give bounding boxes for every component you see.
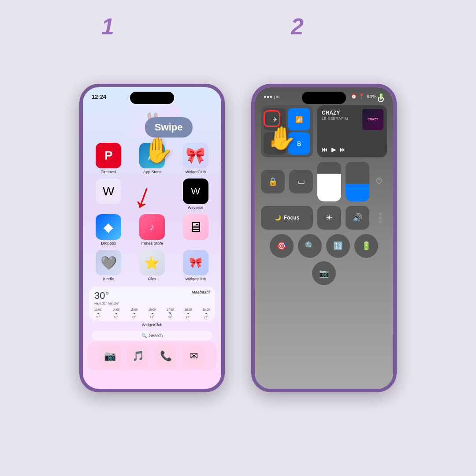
np-album-art: CRAZY — [362, 109, 383, 130]
search-icon: 🔍 — [141, 333, 147, 338]
app-widgetclub-top-wrap[interactable]: 🎀 WidgetClub — [176, 143, 215, 174]
widget-area: 30° High:31° Min:24° Maebashi 13:00☁31° … — [83, 285, 221, 330]
files-icon[interactable]: ⭐ — [139, 250, 165, 275]
app-files-wrap[interactable]: ⭐ Files — [133, 250, 172, 281]
app-dropbox-wrap[interactable]: ◆ Dropbox — [89, 214, 128, 245]
dock-music[interactable]: 🎵 — [127, 345, 149, 367]
weverse-label: Weverse — [188, 205, 203, 210]
hand-gesture-1: ✋ — [143, 136, 174, 165]
phone2-notch — [302, 92, 346, 104]
weather-temp: 30° — [94, 290, 119, 301]
volume-fill — [346, 184, 369, 202]
pinterest-label: Pinterest — [101, 170, 117, 174]
widgetclub-bot-icon[interactable]: 🎀 — [183, 250, 208, 275]
search-bar[interactable]: 🔍 Search — [92, 331, 212, 340]
cc-alarm: ⏰ — [351, 93, 357, 99]
np-play-btn[interactable]: ▶ — [331, 146, 336, 153]
weather-detail: High:31° Min:24° — [94, 301, 119, 305]
np-next-btn[interactable]: ⏭ — [340, 146, 346, 153]
main-container: 1 2 Swipe ✋ ↓ 12:24 🐰 P — [0, 0, 476, 476]
cc-location: 📍 — [359, 93, 365, 99]
orientation-lock-btn[interactable]: 🔒 — [261, 170, 285, 193]
dropbox-icon[interactable]: ◆ — [96, 214, 121, 240]
app-pinterest-wrap[interactable]: P Pinterest — [89, 143, 128, 174]
spacer — [133, 178, 133, 179]
weather-hourly: 13:00☁31° 14:00☁31° 15:00☁31° 16:00☁31° … — [94, 308, 210, 319]
cc-signal: ●●● — [264, 94, 272, 99]
cc-carrier: po — [274, 94, 279, 99]
screen-mirror-btn[interactable]: ▭ — [289, 170, 313, 193]
cc-bottom-icons: 🎯 🔍 🔢 🔋 — [261, 234, 387, 258]
power-icon: ⏻ — [377, 95, 384, 103]
phone1-notch — [130, 92, 174, 104]
dock: 📷 🎵 📞 ✉ — [87, 342, 217, 371]
zoom-btn[interactable]: 🔍 — [298, 234, 322, 258]
itunes-label: iTunes Store — [141, 241, 164, 245]
volume-btn[interactable]: 🔊 — [346, 206, 369, 230]
dock-mail[interactable]: ✉ — [183, 345, 205, 367]
widgetclub-top-label: WidgetClub — [185, 170, 206, 174]
battery-detail-btn[interactable]: 🔋 — [354, 234, 378, 258]
app-itunes-wrap[interactable]: ♪ iTunes Store — [133, 214, 172, 245]
kindle-label: Kindle — [103, 277, 114, 281]
np-controls: ⏮ ▶ ⏭ — [322, 146, 383, 153]
step-number-2: 2 — [291, 13, 304, 40]
cc-focus-row: 🌙 Focus ☀ 🔊 — [261, 206, 387, 230]
brightness-slider[interactable] — [317, 162, 341, 201]
app-weverse-wrap[interactable]: W Weverse — [176, 178, 215, 210]
empty-icon: W — [96, 178, 121, 204]
cc-camera-row: 📷 — [261, 261, 387, 285]
brightness-fill — [317, 174, 341, 201]
phone-1: Swipe ✋ ↓ 12:24 🐰 P Pinterest — [79, 84, 225, 392]
moon-icon: 🌙 — [275, 215, 281, 221]
np-prev-btn[interactable]: ⏮ — [322, 146, 328, 153]
cc-row-2: 🔒 ▭ ♡ — [261, 162, 387, 201]
hand-gesture-2: ✋ — [268, 125, 297, 152]
phone-2: ⏻ ✋ ●●● po ⏰ 📍 94% 🔋 — [251, 84, 397, 392]
weather-widget: 30° High:31° Min:24° Maebashi 13:00☁31° … — [89, 286, 215, 321]
search-placeholder: Search — [149, 333, 163, 338]
widgetclub-top-icon[interactable]: 🎀 — [183, 143, 208, 168]
appstore-label: App Store — [143, 170, 161, 174]
app-pc-wrap[interactable]: 🖥 — [176, 214, 215, 245]
dropbox-label: Dropbox — [101, 241, 116, 245]
files-label: Files — [148, 277, 156, 281]
camera-btn[interactable]: 📷 — [312, 261, 336, 285]
focus-circle-btn[interactable]: 🎯 — [270, 234, 294, 258]
dock-phone[interactable]: 📞 — [155, 345, 177, 367]
pinterest-icon[interactable]: P — [96, 143, 121, 168]
wifi-dots — [374, 206, 387, 230]
weather-city: Maebashi — [192, 290, 210, 294]
step-number-1: 1 — [101, 13, 114, 40]
calculator-btn[interactable]: 🔢 — [326, 234, 350, 258]
cc-battery: 94% — [367, 94, 376, 99]
brightness-btn[interactable]: ☀ — [317, 206, 341, 230]
app-kindle-wrap[interactable]: 🩶 Kindle — [89, 250, 128, 281]
heart-icon: ♡ — [374, 175, 384, 188]
weverse-icon[interactable]: W — [183, 178, 208, 204]
itunes-icon[interactable]: ♪ — [139, 214, 165, 240]
volume-slider[interactable] — [346, 162, 369, 201]
focus-btn[interactable]: 🌙 Focus — [261, 206, 313, 230]
app-empty-wrap: W — [89, 178, 128, 210]
dock-camera[interactable]: 📷 — [99, 345, 121, 367]
app-widgetclub-bot-wrap[interactable]: 🎀 WidgetClub — [176, 250, 215, 281]
np-art-label: CRAZY — [368, 118, 378, 121]
now-playing-tile[interactable]: CRAZY CRAZY LE SSERAFIM ⏮ ▶ ⏭ — [317, 105, 387, 157]
widgetclub-bot-label: WidgetClub — [185, 277, 206, 281]
kindle-icon[interactable]: 🩶 — [96, 250, 121, 275]
pc-widget-icon[interactable]: 🖥 — [183, 214, 208, 240]
phone1-time: 12:24 — [92, 93, 106, 100]
widget-label: WidgetClub — [89, 323, 215, 327]
swipe-label: Swipe — [145, 117, 193, 138]
focus-label: Focus — [284, 215, 299, 221]
